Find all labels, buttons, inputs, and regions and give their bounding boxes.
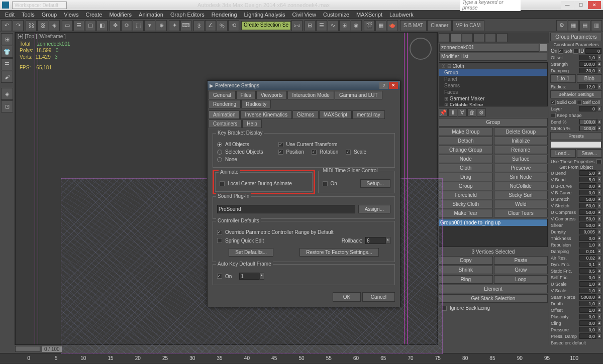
menu-rendering[interactable]: Rendering <box>209 11 240 18</box>
menu-laubwerk[interactable]: Laubwerk <box>386 11 417 18</box>
render-icon[interactable]: 🫖 <box>387 20 398 31</box>
assign-button[interactable]: Assign... <box>358 205 390 213</box>
viewport-label[interactable]: [+] [Top ] [Wireframe ] <box>18 34 66 39</box>
detach-button[interactable]: Detach <box>439 137 493 145</box>
window-crossing-icon[interactable]: ◧ <box>96 20 108 31</box>
tool2-icon[interactable]: ▦ <box>568 20 579 31</box>
dialog-titlebar[interactable]: ▶ Preference Settings ? ✕ <box>208 81 400 90</box>
weld-button[interactable]: Weld <box>494 200 548 208</box>
rotate-icon[interactable]: ⟳ <box>121 20 132 31</box>
menu-customize[interactable]: Customize <box>320 11 352 18</box>
none-radio[interactable] <box>217 157 222 162</box>
hierarchy-tab[interactable] <box>462 33 473 42</box>
manipulate-icon[interactable]: ✦ <box>169 20 180 31</box>
midi-on-checkbox[interactable] <box>323 181 328 186</box>
rollback-field[interactable] <box>365 237 385 244</box>
brush-icon[interactable]: 🖌 <box>1 71 13 83</box>
modifier-list-dropdown[interactable]: Modifier List <box>439 53 547 61</box>
pressdamp-field[interactable]: 0,0 <box>579 333 596 339</box>
unique-icon[interactable]: ∀ <box>458 108 467 116</box>
grow-button[interactable]: Grow <box>494 266 548 274</box>
ok-button[interactable]: OK <box>333 292 361 302</box>
vstretch-field[interactable]: 50,0 <box>579 203 596 208</box>
menu-modifiers[interactable]: Modifiers <box>106 11 135 18</box>
outliner-icon[interactable]: ⊞ <box>1 33 13 45</box>
forcefield-button[interactable]: Forcefield <box>439 191 493 199</box>
workspace-dropdown[interactable]: Workspace: Default <box>12 2 67 9</box>
viewcube[interactable] <box>410 38 432 60</box>
autokey-on-checkbox[interactable] <box>217 274 222 279</box>
initialize-button[interactable]: Initialize <box>494 137 548 145</box>
layer-field[interactable]: 0 <box>579 106 596 111</box>
cloth-button[interactable]: Cloth <box>439 164 493 172</box>
tool3-icon[interactable]: ▤ <box>579 20 590 31</box>
menu-grapheditors[interactable]: Graph Editors <box>167 11 208 18</box>
modifier-stack[interactable]: ☉ ⊟ Cloth Group Panel Seams Faces ⊞ Garm… <box>439 62 548 106</box>
select-region-icon[interactable]: ▢ <box>85 20 96 31</box>
node-button[interactable]: Node <box>439 155 493 163</box>
menu-civilview[interactable]: Civil View <box>289 11 319 18</box>
position-checkbox[interactable] <box>278 150 283 155</box>
menu-views[interactable]: Views <box>61 11 81 18</box>
vptocam-button[interactable]: VP to CAM <box>452 20 484 31</box>
sbmat-button[interactable]: S B MAT <box>400 20 427 31</box>
staticfric-field[interactable]: 0,5 <box>579 268 596 274</box>
usethese-checkbox[interactable] <box>596 159 601 164</box>
render-frame-icon[interactable]: ▦ <box>375 20 386 31</box>
close-button[interactable]: ✕ <box>588 1 601 9</box>
keyboard-icon[interactable]: ⌨ <box>180 20 191 31</box>
delete-group-button[interactable]: Delete Group <box>494 128 548 136</box>
display-tab[interactable] <box>485 33 496 42</box>
select-icon[interactable]: ▭ <box>62 20 73 31</box>
set-defaults-button[interactable]: Set Defaults... <box>229 248 273 257</box>
named-selection-dropdown[interactable]: Create Selection Se <box>241 21 291 30</box>
tab-viewports[interactable]: Viewports <box>256 91 287 99</box>
preserve-button[interactable]: Preserve <box>494 164 548 172</box>
percent-snap-icon[interactable]: % <box>217 20 228 31</box>
override-checkbox[interactable] <box>217 230 222 235</box>
make-tear-button[interactable]: Make Tear <box>439 209 493 217</box>
repulsion-field[interactable]: 1,0 <box>579 242 596 248</box>
tool4-icon[interactable]: ▥ <box>591 20 602 31</box>
pressure-field[interactable]: 0,0 <box>579 327 596 332</box>
change-group-button[interactable]: Change Group <box>439 146 493 154</box>
make-group-button[interactable]: Make Group <box>439 128 493 136</box>
create-tab[interactable] <box>439 33 450 42</box>
align-icon[interactable]: ⊟ <box>305 20 316 31</box>
tab-inversekinematics[interactable]: Inverse Kinematics <box>240 110 291 119</box>
airres-field[interactable]: 0,02 <box>579 255 596 261</box>
group-rollout-header[interactable]: Group <box>439 118 548 127</box>
ucompress-field[interactable]: 50,0 <box>579 209 596 215</box>
load-button[interactable]: Load... <box>550 149 576 158</box>
search-input[interactable]: Type a keyword or phrase <box>460 0 521 11</box>
sticky-surf-button[interactable]: Sticky Surf <box>494 191 548 199</box>
dialog-help-icon[interactable]: ? <box>379 82 388 89</box>
tab-maxscript[interactable]: MAXScript <box>319 110 352 119</box>
midi-setup-button[interactable]: Setup... <box>360 179 390 188</box>
offset-field[interactable]: 1,0 <box>579 307 596 313</box>
get-stack-selection-button[interactable]: Get Stack Selection <box>439 294 548 303</box>
tab-rendering[interactable]: Rendering <box>209 100 241 108</box>
pivot-icon[interactable]: ⊕ <box>156 20 167 31</box>
all-objects-radio[interactable] <box>217 142 222 147</box>
maximize-button[interactable]: ☐ <box>574 1 587 9</box>
sim-node-button[interactable]: Sim Node <box>494 173 548 181</box>
uscale-field[interactable]: 1,0 <box>579 281 596 287</box>
menu-create[interactable]: Create <box>82 11 105 18</box>
ustretch-field[interactable]: 50,0 <box>579 196 596 202</box>
menu-maxscript[interactable]: MAXScript <box>353 11 385 18</box>
angle-snap-icon[interactable]: ∠ <box>205 20 216 31</box>
autokey-frame-field[interactable] <box>239 273 259 280</box>
tab-gizmos[interactable]: Gizmos <box>292 110 319 119</box>
render-setup-icon[interactable]: 🎬 <box>364 20 375 31</box>
group-button[interactable]: Group <box>439 182 493 190</box>
pin-stack-icon[interactable]: 📌 <box>439 108 448 116</box>
depth-field[interactable]: 1,0 <box>579 301 596 306</box>
tab-general[interactable]: General <box>209 91 236 99</box>
restore-factory-button[interactable]: Restore To Factory Settings... <box>299 248 379 257</box>
ub-curve-field[interactable]: 0,0 <box>579 183 596 189</box>
spring-checkbox[interactable] <box>217 238 222 243</box>
motion-tab[interactable] <box>473 33 484 42</box>
tab-interactionmode[interactable]: Interaction Mode <box>287 91 334 99</box>
curve-editor-icon[interactable]: ∿ <box>328 20 339 31</box>
